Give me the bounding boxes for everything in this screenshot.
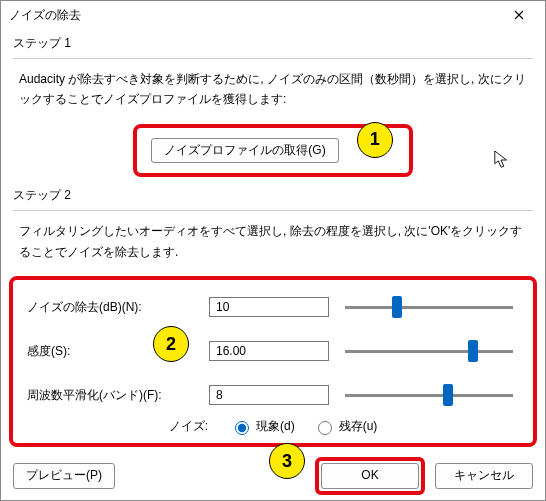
noise-reduction-slider-wrap (335, 304, 523, 311)
step1-description: Audacity が除去すべき対象を判断するために, ノイズのみの区間（数秒間）… (19, 69, 527, 110)
annotation-box-2: 2 ノイズの除去(dB)(N): 感度(S): 周波数平滑化 (9, 276, 537, 447)
sensitivity-input[interactable] (209, 341, 329, 361)
step1-label: ステップ 1 (13, 35, 533, 58)
step1-group: ステップ 1 Audacity が除去すべき対象を判断するために, ノイズのみの… (13, 35, 533, 177)
annotation-box-3: OK (315, 457, 425, 495)
radio-residual-label: 残存(u) (339, 418, 378, 435)
radio-residual-input[interactable] (318, 421, 332, 435)
radio-reduce-input[interactable] (235, 421, 249, 435)
noise-reduction-slider[interactable] (345, 306, 513, 309)
smoothing-row: 周波数平滑化(バンド)(F): (23, 380, 523, 410)
dialog-button-row: プレビュー(P) 3 OK キャンセル (13, 457, 533, 495)
radio-reduce-label: 現象(d) (256, 418, 295, 435)
noise-mode-label: ノイズ: (169, 418, 208, 435)
noise-reduction-row: ノイズの除去(dB)(N): (23, 292, 523, 322)
annotation-badge-1: 1 (357, 122, 393, 158)
dialog-window: ノイズの除去 ステップ 1 Audacity が除去すべき対象を判断するために,… (0, 0, 546, 501)
window-title: ノイズの除去 (9, 7, 501, 24)
sensitivity-slider[interactable] (345, 350, 513, 353)
step2-separator (13, 210, 533, 211)
annotation-badge-2: 2 (153, 326, 189, 362)
step2-group: ステップ 2 フィルタリングしたいオーディオをすべて選択し, 除去の程度を選択し… (13, 187, 533, 447)
smoothing-label: 周波数平滑化(バンド)(F): (23, 387, 203, 404)
sensitivity-slider-wrap (335, 348, 523, 355)
title-bar: ノイズの除去 (1, 1, 545, 29)
close-icon (514, 10, 524, 20)
sensitivity-row: 感度(S): (23, 336, 523, 366)
preview-button[interactable]: プレビュー(P) (13, 463, 115, 489)
smoothing-slider[interactable] (345, 394, 513, 397)
annotation-badge-3: 3 (269, 443, 305, 479)
close-button[interactable] (501, 1, 537, 29)
get-noise-profile-button[interactable]: ノイズプロファイルの取得(G) (151, 138, 338, 164)
smoothing-input[interactable] (209, 385, 329, 405)
radio-reduce[interactable]: 現象(d) (230, 418, 295, 435)
cancel-button[interactable]: キャンセル (435, 463, 533, 489)
dialog-content: ステップ 1 Audacity が除去すべき対象を判断するために, ノイズのみの… (1, 29, 545, 501)
noise-reduction-label: ノイズの除去(dB)(N): (23, 299, 203, 316)
smoothing-slider-wrap (335, 392, 523, 399)
noise-mode-row: ノイズ: 現象(d) 残存(u) (23, 418, 523, 435)
noise-reduction-input[interactable] (209, 297, 329, 317)
cursor-icon (493, 150, 511, 170)
ok-button[interactable]: OK (321, 463, 419, 489)
step2-label: ステップ 2 (13, 187, 533, 210)
step1-separator (13, 58, 533, 59)
radio-residual[interactable]: 残存(u) (313, 418, 378, 435)
step2-description: フィルタリングしたいオーディオをすべて選択し, 除去の程度を選択し, 次に'OK… (19, 221, 527, 262)
annotation-box-1: ノイズプロファイルの取得(G) 1 (133, 124, 412, 178)
profile-button-row: ノイズプロファイルの取得(G) 1 (13, 124, 533, 178)
